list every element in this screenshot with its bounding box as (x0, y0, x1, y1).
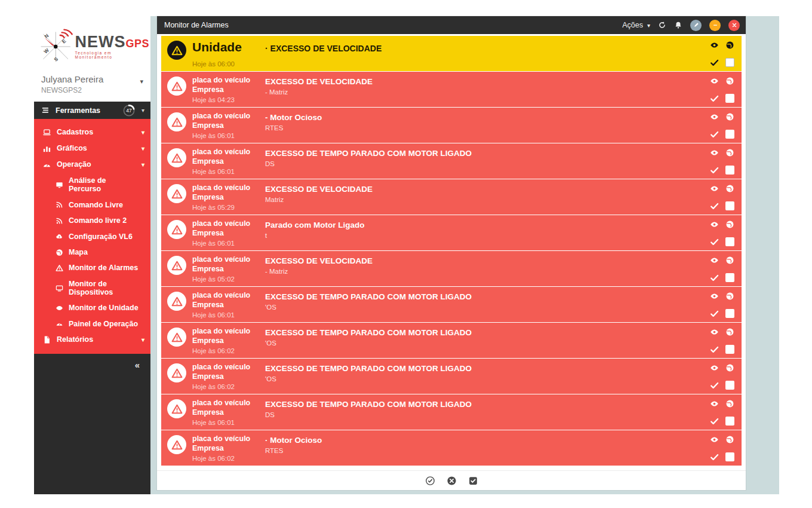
sidebar-sub-item[interactable]: Configuração VL6 (34, 229, 150, 244)
acknowledge-check-icon[interactable] (710, 237, 719, 246)
acknowledge-check-icon[interactable] (710, 381, 719, 390)
eye-icon[interactable] (710, 76, 719, 85)
globe-icon[interactable] (725, 328, 734, 336)
alarm-badge (167, 399, 186, 418)
sidebar-sub-item[interactable]: Painel de Operação (34, 316, 150, 332)
alarm-row[interactable]: placa do veículo Empresa Hoje às 06:01 P… (161, 215, 742, 250)
tools-caret-icon[interactable]: ▾ (142, 107, 144, 114)
alarm-time: Hoje às 05:02 (192, 276, 259, 283)
alarm-row[interactable]: placa do veículo Empresa Hoje às 06:01 E… (161, 143, 742, 179)
eye-icon[interactable] (710, 256, 719, 265)
sidebar-sub-item[interactable]: Monitor de Unidade (34, 300, 150, 316)
acknowledge-check-icon[interactable] (710, 309, 719, 318)
globe-icon[interactable] (725, 435, 734, 444)
eye-icon[interactable] (710, 328, 719, 336)
alarm-plate-label: placa do veículo (192, 147, 259, 157)
acknowledge-check-icon[interactable] (710, 452, 719, 461)
sidebar-item-relatorios[interactable]: Relatórios ▾ (34, 332, 150, 348)
sidebar-sub-item[interactable]: Monitor de Alarmes (34, 260, 150, 276)
alarm-row[interactable]: placa do veículo Empresa Hoje às 06:02 ·… (161, 430, 742, 466)
sidebar-group-item[interactable]: Gráficos ▾ (34, 140, 150, 157)
alarm-company-label: Empresa (192, 264, 259, 274)
eye-icon[interactable] (710, 292, 719, 301)
alarm-checkbox[interactable] (725, 417, 734, 426)
alarm-company-label: Empresa (192, 85, 259, 94)
acknowledge-check-icon[interactable] (710, 58, 719, 67)
user-menu-caret-icon[interactable]: ▾ (140, 78, 143, 85)
alarm-checkbox[interactable] (725, 273, 734, 282)
eye-icon[interactable] (710, 435, 719, 444)
actions-dropdown[interactable]: Ações ▾ (622, 21, 650, 29)
menu-item-icon (42, 160, 51, 169)
acknowledge-check-icon[interactable] (710, 273, 719, 282)
alarm-checkbox[interactable] (725, 309, 734, 318)
alarm-badge (167, 76, 186, 96)
alarm-row[interactable]: placa do veículo Empresa Hoje às 06:02 E… (161, 359, 742, 394)
acknowledge-check-icon[interactable] (710, 417, 719, 426)
globe-icon[interactable] (725, 76, 734, 85)
globe-icon[interactable] (725, 41, 734, 50)
approve-all-button[interactable] (425, 476, 435, 486)
alarm-checkbox[interactable] (725, 452, 734, 461)
dismiss-all-button[interactable] (447, 476, 457, 486)
acknowledge-check-icon[interactable] (710, 130, 719, 139)
bell-icon[interactable] (674, 21, 682, 29)
alarm-plate-label: placa do veículo (192, 362, 259, 372)
select-all-button[interactable] (468, 476, 478, 486)
alarm-checkbox[interactable] (725, 345, 734, 354)
alarm-checkbox[interactable] (725, 166, 734, 175)
alarm-checkbox[interactable] (725, 381, 734, 390)
alarm-row[interactable]: placa do veículo Empresa Hoje às 04:23 E… (161, 72, 742, 107)
acknowledge-check-icon[interactable] (710, 345, 719, 354)
eye-icon[interactable] (710, 363, 719, 372)
alarm-checkbox[interactable] (725, 58, 734, 67)
alarm-checkbox[interactable] (725, 94, 734, 103)
alarm-row[interactable]: placa do veículo Empresa Hoje às 05:02 E… (161, 251, 742, 286)
svg-text:W: W (42, 47, 50, 54)
eye-icon[interactable] (710, 148, 719, 157)
alarm-checkbox[interactable] (725, 130, 734, 139)
alarm-row[interactable]: placa do veículo Empresa Hoje às 06:01 E… (161, 287, 742, 322)
sidebar-sub-item[interactable]: Comando livre 2 (34, 213, 150, 228)
sidebar-sub-item[interactable]: Monitor de Dispositivos (34, 276, 150, 301)
acknowledge-check-icon[interactable] (710, 94, 719, 103)
sidebar-group-item[interactable]: Operação ▾ (34, 157, 150, 173)
globe-icon[interactable] (725, 399, 734, 408)
alarm-checkbox[interactable] (725, 201, 734, 210)
alarm-plate-label: placa do veículo (192, 219, 259, 228)
globe-icon[interactable] (725, 220, 734, 229)
acknowledge-check-icon[interactable] (710, 166, 719, 175)
tools-bar[interactable]: Ferramentas 47 ▾ (34, 102, 150, 119)
alarm-time: Hoje às 06:01 (192, 419, 259, 426)
eye-icon[interactable] (710, 112, 719, 121)
alarm-checkbox[interactable] (725, 237, 734, 246)
eye-icon[interactable] (710, 41, 719, 50)
warning-icon (171, 117, 183, 128)
window-close-button[interactable] (728, 20, 740, 31)
sidebar-sub-item[interactable]: Mapa (34, 244, 150, 260)
sidebar-sub-item[interactable]: Comando Livre (34, 197, 150, 213)
sidebar-group-item[interactable]: Cadastros ▾ (34, 124, 150, 140)
window-minimize-button[interactable] (709, 20, 721, 31)
globe-icon[interactable] (725, 148, 734, 157)
eye-icon[interactable] (710, 399, 719, 408)
menu-item-icon (42, 128, 51, 137)
alarm-row[interactable]: Unidade Hoje às 06:00 · EXCESSO DE VELOC… (161, 36, 742, 71)
globe-icon[interactable] (725, 256, 734, 265)
sidebar-collapse-button[interactable]: « (135, 360, 140, 370)
acknowledge-check-icon[interactable] (710, 201, 719, 210)
alarm-company-label: Empresa (192, 300, 259, 310)
globe-icon[interactable] (725, 112, 734, 121)
alarm-row[interactable]: placa do veículo Empresa Hoje às 05:29 E… (161, 179, 742, 215)
globe-icon[interactable] (725, 184, 734, 193)
eye-icon[interactable] (710, 184, 719, 193)
alarm-row[interactable]: placa do veículo Empresa Hoje às 06:01 -… (161, 108, 742, 143)
alarm-row[interactable]: placa do veículo Empresa Hoje às 06:01 E… (161, 394, 742, 430)
globe-icon[interactable] (725, 292, 734, 301)
refresh-icon[interactable] (658, 21, 666, 29)
alarm-row[interactable]: placa do veículo Empresa Hoje às 06:02 E… (161, 323, 742, 358)
sidebar-sub-item[interactable]: Análise de Percurso (34, 173, 150, 197)
globe-icon[interactable] (725, 363, 734, 372)
window-edit-button[interactable] (690, 20, 702, 31)
eye-icon[interactable] (710, 220, 719, 229)
